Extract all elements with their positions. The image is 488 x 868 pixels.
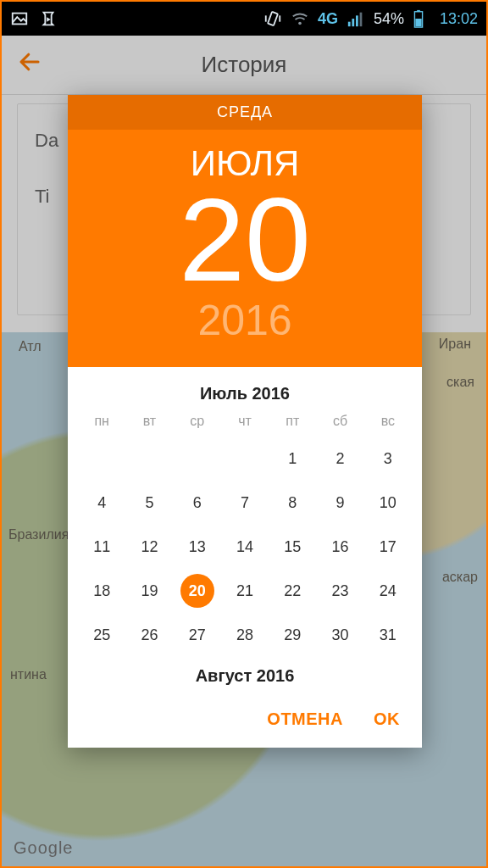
calendar-day[interactable]: 7 xyxy=(221,488,269,517)
battery-percent: 54% xyxy=(374,10,404,28)
svg-rect-8 xyxy=(356,15,358,26)
gallery-icon xyxy=(10,9,29,28)
calendar-day[interactable]: 25 xyxy=(78,620,125,649)
ok-button[interactable]: OK xyxy=(374,709,400,729)
calendar-next-month-title[interactable]: Август 2016 xyxy=(78,666,412,686)
cancel-button[interactable]: ОТМЕНА xyxy=(267,709,343,729)
calendar-day[interactable]: 13 xyxy=(174,532,221,561)
svg-rect-12 xyxy=(415,19,421,26)
calendar-day[interactable]: 16 xyxy=(316,532,363,561)
calendar-day[interactable]: 5 xyxy=(125,488,173,517)
status-left xyxy=(10,9,58,28)
battery-icon xyxy=(413,9,431,28)
svg-rect-11 xyxy=(417,10,420,12)
signal-icon xyxy=(347,9,365,28)
calendar-weekday: ср xyxy=(174,414,221,429)
datepicker-selected-year[interactable]: 2016 xyxy=(68,296,422,345)
calendar-day[interactable]: 8 xyxy=(269,488,316,517)
calendar-day[interactable]: 28 xyxy=(221,620,269,649)
calendar-day[interactable]: 2 xyxy=(316,444,363,473)
calendar-day[interactable]: 22 xyxy=(269,576,316,605)
datepicker-actions: ОТМЕНА OK xyxy=(68,694,422,748)
calendar-day[interactable]: 14 xyxy=(221,532,269,561)
calendar-day[interactable]: 11 xyxy=(78,532,125,561)
calendar-day[interactable]: 26 xyxy=(125,620,173,649)
clock: 13:02 xyxy=(440,10,478,28)
wifi-icon xyxy=(291,9,309,28)
calendar-weekday: чт xyxy=(221,414,269,429)
calendar-empty-cell xyxy=(78,444,125,473)
calendar-month-title: Июль 2016 xyxy=(78,384,412,403)
calendar-day[interactable]: 24 xyxy=(364,576,412,605)
calendar-day[interactable]: 9 xyxy=(316,488,363,517)
datepicker-selected-day: 20 xyxy=(68,181,422,299)
svg-rect-7 xyxy=(352,19,354,26)
calendar-day[interactable]: 6 xyxy=(174,488,221,517)
svg-point-5 xyxy=(298,22,302,25)
calendar-weekday: вт xyxy=(125,414,173,429)
calendar-weekday: сб xyxy=(316,414,363,429)
calendar-day[interactable]: 1 xyxy=(269,444,316,473)
calendar-empty-cell xyxy=(125,444,173,473)
calendar-day[interactable]: 3 xyxy=(364,444,412,473)
datepicker-selected-header[interactable]: ИЮЛЯ 20 2016 xyxy=(68,130,422,367)
network-type: 4G xyxy=(318,10,338,28)
calendar-weekday: пт xyxy=(269,414,316,429)
svg-rect-6 xyxy=(348,22,351,26)
datepicker-body: Июль 2016 пнвтсрчтптсбвс1234567891011121… xyxy=(68,367,422,694)
calendar-day[interactable]: 27 xyxy=(174,620,221,649)
calendar-day[interactable]: 12 xyxy=(125,532,173,561)
vibrate-icon xyxy=(263,9,282,28)
calendar-day[interactable]: 30 xyxy=(316,620,363,649)
calendar-day[interactable]: 10 xyxy=(364,488,412,517)
calendar-weekday: пн xyxy=(78,414,125,429)
calendar-day[interactable]: 21 xyxy=(221,576,269,605)
calendar-day[interactable]: 15 xyxy=(269,532,316,561)
calendar-day[interactable]: 4 xyxy=(78,488,125,517)
calendar-empty-cell xyxy=(221,444,269,473)
status-right: 4G 54% 13:02 xyxy=(263,9,478,28)
svg-rect-2 xyxy=(268,12,278,25)
calendar-day[interactable]: 29 xyxy=(269,620,316,649)
date-picker-dialog: СРЕДА ИЮЛЯ 20 2016 Июль 2016 пнвтсрчтптс… xyxy=(68,95,422,748)
calendar-day[interactable]: 31 xyxy=(364,620,412,649)
playstore-icon xyxy=(39,9,58,28)
calendar-day[interactable]: 19 xyxy=(125,576,173,605)
svg-rect-9 xyxy=(360,13,363,27)
calendar-day[interactable]: 18 xyxy=(78,576,125,605)
svg-marker-1 xyxy=(47,17,51,22)
calendar-empty-cell xyxy=(174,444,221,473)
calendar-weekday: вс xyxy=(364,414,412,429)
datepicker-weekday-header: СРЕДА xyxy=(68,95,422,130)
calendar-day[interactable]: 23 xyxy=(316,576,363,605)
status-bar: 4G 54% 13:02 xyxy=(2,2,486,36)
calendar-grid: пнвтсрчтптсбвс12345678910111213141516171… xyxy=(78,414,412,649)
calendar-day[interactable]: 20 xyxy=(174,576,221,605)
calendar-day[interactable]: 17 xyxy=(364,532,412,561)
